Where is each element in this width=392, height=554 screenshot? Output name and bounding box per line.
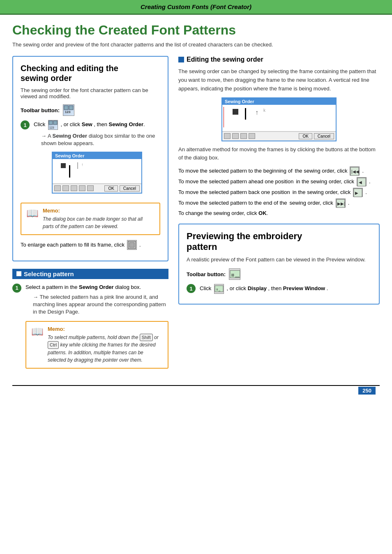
dialog-footer: OK Cancel [53,184,141,193]
memo-content-2: Memo: To select multiple patterns, hold … [48,326,163,364]
svg-text:▶▶|: ▶▶| [337,201,345,206]
select-step-1-result: → The selected pattern has a pink line a… [33,293,168,316]
svg-text:▶: ▶ [355,191,358,195]
selecting-pattern-header: Selecting pattern [12,269,168,279]
step-1-content: Click 123 , or click Sew , then [34,120,160,197]
enlarge-text: To enlarge each pattern to fill its fram… [21,240,160,250]
dialog-ok-btn[interactable]: OK [104,185,118,192]
svg-rect-3 [49,121,53,125]
memo-box-1: 📖 Memo: The dialog box can be made longe… [21,203,160,235]
shift-key: Shift [140,334,153,342]
select-step-number-1: 1 [12,284,21,293]
svg-rect-0 [64,106,68,110]
move-end-row: To move the selected pattern to the end … [178,199,380,208]
dialog-cancel-btn[interactable]: Cancel [120,185,140,192]
enlarge-icon [127,240,137,250]
toolbar-button-label: Toolbar button: 123 [21,104,160,116]
svg-rect-4 [53,121,57,125]
dialog-r-ok-btn[interactable]: OK [299,133,312,139]
dialog-r-icon-3 [240,133,247,139]
svg-text:mm: mm [235,276,240,278]
sewing-order-dialog-mockup: Sewing Order ↑ [52,152,142,194]
memo-text-2: To select multiple patterns, hold down t… [48,334,163,364]
svg-text:123: 123 [49,126,54,129]
select-step-1: 1 Select a pattern in the Sewing Order d… [12,283,168,374]
sewing-order-toolbar-icon: 123 [63,104,74,116]
page-number-area: 250 [12,386,380,395]
dialog-cursor [69,165,70,178]
left-column: Checking and editing the sewing order Th… [12,56,168,376]
memo-icon-2: 📖 [31,326,44,337]
preview-toolbar-label: Toolbar button: ||| mm [187,268,371,280]
select-step-1-content: Select a pattern in the Sewing Order dia… [25,283,168,374]
move-ahead-row: To move the selected pattern ahead one p… [178,177,380,186]
dialog-body-right: ↑ k [222,105,336,132]
two-col-layout: Checking and editing the sewing order Th… [12,56,380,376]
dialog-body: ↑ [53,159,141,184]
svg-text:123: 123 [65,110,71,114]
dialog-icon-4 [79,185,85,191]
page-number: 250 [358,387,376,395]
move-ahead-icon: ◀ [357,177,367,186]
dialog-title-bar-right: Sewing Order [222,98,336,105]
select-step-1-text: Select a pattern in the Sewing Order dia… [25,283,168,291]
svg-rect-7 [129,242,134,247]
move-beginning-icon: |◀◀ [350,166,360,175]
preview-step-1-text: Click ||| m , or click Display , then [200,284,371,294]
preview-step-1: 1 Click ||| m , or click [187,284,371,294]
svg-text:|||: ||| [231,273,234,277]
blue-square-icon [16,271,21,276]
checking-section-box: Checking and editing the sewing order Th… [12,56,168,261]
memo-box-2: 📖 Memo: To select multiple patterns, hol… [25,321,168,369]
svg-text:m: m [219,290,220,292]
preview-step-1-content: Click ||| m , or click Display , then [200,284,371,294]
page-title: Checking the Created Font Patterns [12,23,380,37]
dialog-icon-5 [87,185,94,191]
editing-sewing-order-section: Editing the sewing order The sewing orde… [178,56,380,216]
preview-section-box: Previewing the embroidery pattern A real… [178,224,380,305]
memo-title-2: Memo: [48,326,163,332]
dialog-r-icon-1 [224,133,231,139]
dialog-r-icon-4 [249,133,255,139]
svg-rect-1 [69,106,73,110]
preview-step-icon: ||| m [214,284,224,294]
header-bar: Creating Custom Fonts (Font Creator) [0,0,392,15]
move-beginning-row: To move the selected pattern to the begi… [178,166,380,175]
preview-subtitle: A realistic preview of the Font pattern … [187,256,371,263]
preview-step-number-1: 1 [187,284,196,293]
move-back-icon: ▶ [353,188,363,197]
dialog-footer-right: OK Cancel [222,132,336,141]
step-1-text: Click 123 , or click Sew , then [34,120,160,130]
memo-title-1: Memo: [43,208,154,214]
alt-method-text: An alternative method for moving the fra… [178,145,380,163]
sewing-order-step-icon: 123 [48,120,58,130]
dialog-icon-2 [62,185,69,191]
selecting-pattern-section: Selecting pattern 1 Select a pattern in … [12,269,168,374]
move-end-icon: ▶▶| [336,199,346,208]
dialog-r-cancel-btn[interactable]: Cancel [314,133,334,139]
right-column: Editing the sewing order The sewing orde… [178,56,380,376]
memo-content-1: Memo: The dialog box can be made longer … [43,208,154,230]
change-order-text: To change the sewing order, click OK. [178,210,380,216]
dialog-title-bar: Sewing Order [53,152,141,159]
dialog-pattern-square [61,163,66,168]
move-back-row: To move the selected pattern back one po… [178,188,380,197]
memo-text-1: The dialog box can be made longer so tha… [43,215,154,230]
page-content: Checking the Created Font Patterns The s… [0,15,392,408]
sewing-order-dialog-right: Sewing Order ↑ k OK [221,97,337,141]
editing-text: The sewing order can be changed by selec… [178,67,380,93]
dialog-r-icon-2 [232,133,239,139]
svg-text:|||: ||| [216,288,218,291]
editing-header: Editing the sewing order [178,56,380,63]
svg-text:|◀◀: |◀◀ [351,169,359,174]
preview-toolbar-icon: ||| mm [229,268,240,280]
svg-text:◀: ◀ [359,180,362,185]
section-box-title: Checking and editing the sewing order [21,63,160,83]
step-1: 1 Click 123 , or click [21,120,160,197]
memo-icon-1: 📖 [26,208,39,219]
dialog-icon-3 [71,185,77,191]
blue-square-right-icon [178,57,184,62]
dialog-icon-1 [54,185,61,191]
section-box-subtitle: The sewing order for the font character … [21,87,160,99]
header-title: Creating Custom Fonts (Font Creator) [141,3,251,10]
